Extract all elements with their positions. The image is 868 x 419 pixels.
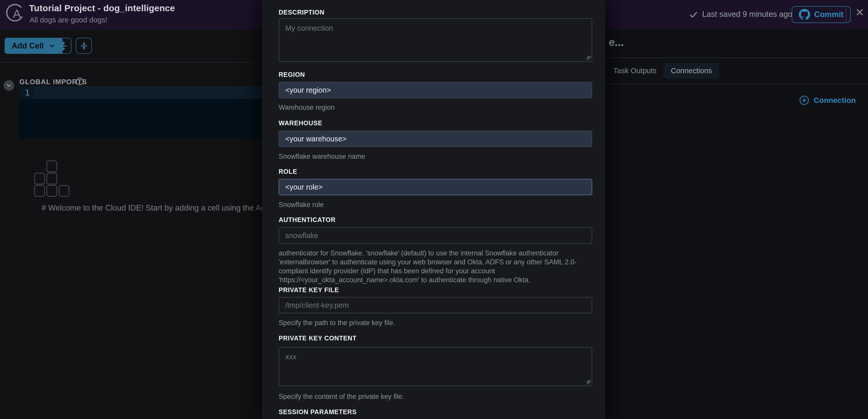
cells-placeholder-square [34, 173, 45, 184]
header-divider [846, 6, 846, 23]
tab-task-outputs[interactable]: Task Outputs [610, 63, 660, 79]
project-subtitle: All dogs are good dogs! [30, 16, 107, 24]
private-key-content-helper: Specify the content of the private key f… [279, 392, 594, 401]
save-status: Last saved 9 minutes ago [702, 10, 792, 19]
chevron-down-icon [6, 82, 12, 89]
session-parameters-label: SESSION PARAMETERS [279, 408, 357, 416]
private-key-file-helper: Specify the path to the private key file… [279, 319, 594, 327]
role-input[interactable] [279, 179, 592, 195]
connection-settings-panel: DESCRIPTION REGION Warehouse region WARE… [262, 0, 605, 419]
private-key-file-input[interactable] [279, 297, 592, 313]
panel-divider [605, 57, 868, 58]
add-cell-label: Add Cell [12, 41, 44, 51]
role-label: ROLE [279, 168, 297, 175]
cells-placeholder-square [46, 185, 57, 197]
panel-heading-fragment: e... [609, 36, 624, 49]
editor-line-1[interactable] [34, 86, 274, 99]
expand-vertical-icon [58, 41, 69, 51]
cells-placeholder-square [46, 160, 57, 172]
warehouse-input[interactable] [279, 131, 592, 147]
authenticator-label: AUTHENTICATOR [279, 216, 336, 223]
editor-active-row: 1 [19, 86, 274, 99]
add-connection-button[interactable]: Connection [799, 95, 856, 106]
authenticator-helper: authenticator for Snowflake. 'snowflake'… [279, 249, 594, 285]
region-helper: Warehouse region [279, 103, 594, 112]
authenticator-input[interactable] [279, 227, 592, 244]
private-key-content-textarea[interactable] [279, 347, 592, 386]
collapse-vertical-icon [79, 41, 89, 51]
global-imports-editor[interactable]: 1 [19, 86, 274, 139]
expand-all-cells-button[interactable] [55, 38, 71, 54]
info-icon [75, 77, 84, 86]
cells-placeholder-square [46, 173, 57, 184]
project-title: Tutorial Project - dog_intelligence [29, 3, 175, 13]
region-label: REGION [279, 71, 305, 78]
private-key-file-label: PRIVATE KEY FILE [279, 286, 339, 294]
commit-button[interactable]: Commit [792, 6, 851, 23]
app-logo-icon: A [5, 4, 26, 24]
add-cell-button[interactable]: Add Cell [5, 38, 63, 54]
cells-placeholder-square [59, 185, 69, 197]
resize-handle[interactable] [587, 56, 591, 60]
commit-label: Commit [814, 10, 843, 19]
editor-gutter: 1 [19, 86, 34, 99]
empty-state-text: # Welcome to the Cloud IDE! Start by add… [41, 203, 262, 213]
description-textarea[interactable] [279, 19, 592, 62]
warehouse-helper: Snowflake warehouse name [279, 152, 594, 161]
cells-placeholder-square [34, 185, 45, 197]
tab-connections[interactable]: Connections [663, 63, 719, 79]
warehouse-label: WAREHOUSE [279, 119, 322, 127]
line-number: 1 [25, 88, 30, 97]
app-logo-letter: A [13, 7, 21, 21]
right-panel [605, 29, 868, 419]
saved-check-icon [689, 10, 698, 20]
chevron-down-icon [49, 42, 56, 50]
panel-tabs: Task Outputs Connections [610, 63, 719, 79]
collapse-global-imports-button[interactable] [4, 80, 14, 91]
cloud-ide-app: A Tutorial Project - dog_intelligence Al… [0, 0, 868, 419]
panel-divider [605, 84, 868, 85]
close-icon[interactable]: ✕ [855, 7, 864, 18]
region-input[interactable] [279, 82, 592, 98]
collapse-all-cells-button[interactable] [76, 38, 92, 54]
role-helper: Snowflake role [279, 200, 594, 209]
description-label: DESCRIPTION [279, 9, 324, 16]
plus-circle-icon [799, 95, 810, 106]
add-connection-label: Connection [814, 96, 856, 104]
private-key-content-label: PRIVATE KEY CONTENT [279, 334, 357, 342]
resize-handle[interactable] [587, 380, 591, 384]
github-icon [799, 9, 810, 20]
